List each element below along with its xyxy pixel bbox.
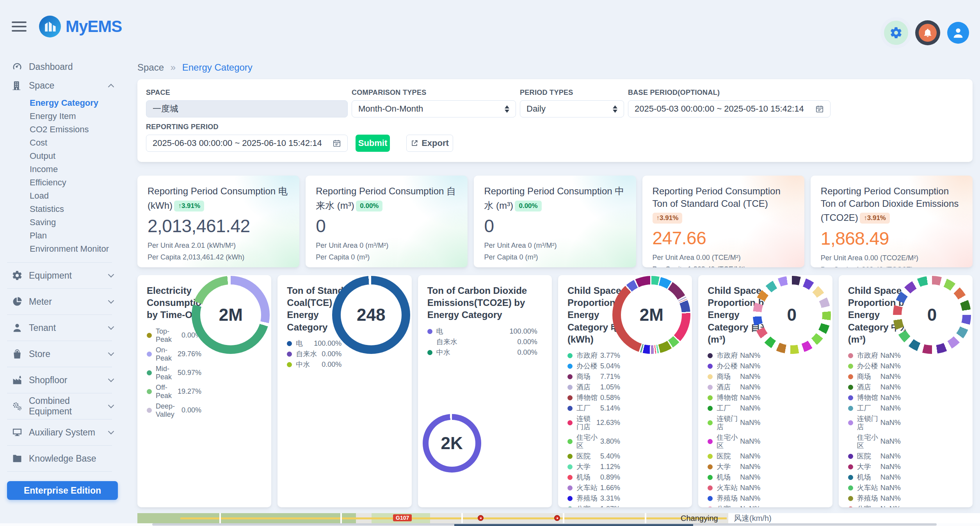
hamburger-menu-icon[interactable]: [12, 19, 27, 34]
donut-chart: 248: [332, 276, 410, 354]
legend-label: 公寓: [717, 505, 740, 507]
legend-item: 办公楼5.04%: [567, 362, 620, 370]
legend-color-dot: [567, 454, 573, 459]
legend-value: NaN%: [740, 362, 760, 370]
gear-icon: [12, 270, 23, 281]
sidebar-item-combined-equipment[interactable]: Combined Equipment: [0, 397, 125, 416]
sidebar-item-energy-category[interactable]: Energy Category: [0, 96, 125, 110]
sidebar-item-environment-monitor[interactable]: Environment Monitor: [0, 242, 125, 256]
legend-value: 50.97%: [178, 369, 201, 377]
sidebar-item-statistics[interactable]: Statistics: [0, 203, 125, 216]
sidebar-item-label: Knowledge Base: [29, 453, 96, 464]
legend-item: 大学NaN%: [848, 463, 901, 471]
legend-label: 工厂: [717, 404, 740, 412]
legend-color-dot: [567, 439, 573, 444]
chart-card: Child Space Proportion by Energy Categor…: [698, 275, 832, 507]
legend-color-dot: [567, 496, 573, 501]
sidebar-item-auxiliary-system[interactable]: Auxiliary System: [0, 423, 125, 442]
legend-color-dot: [848, 364, 853, 369]
legend-item: 工厂NaN%: [708, 404, 760, 412]
legend-color-dot: [708, 420, 713, 425]
export-icon: [411, 139, 418, 147]
user-avatar-icon[interactable]: [947, 22, 969, 44]
legend-item: 公寓1.07%: [567, 505, 620, 507]
settings-gear-icon[interactable]: [884, 21, 908, 45]
sidebar-item-shopfloor[interactable]: Shopfloor: [0, 371, 125, 389]
kpi-change-badge: 0.00%: [356, 201, 382, 211]
sidebar-item-label: Dashboard: [29, 62, 73, 72]
sidebar-item-co2-emissions[interactable]: CO2 Emissions: [0, 123, 125, 136]
enterprise-edition-button[interactable]: Enterprise Edition: [7, 481, 118, 500]
sidebar-item-saving[interactable]: Saving: [0, 216, 125, 229]
brand-name: MyEMS: [66, 17, 122, 36]
sidebar-item-energy-item[interactable]: Energy Item: [0, 110, 125, 123]
submit-button[interactable]: Submit: [356, 135, 390, 152]
legend-label: 养殖场: [576, 494, 600, 503]
period-types-select[interactable]: Daily: [520, 100, 624, 117]
map-road: [563, 513, 564, 523]
brand[interactable]: MyEMS: [39, 16, 122, 37]
sidebar-divider: [7, 445, 112, 446]
donut-center-value: 2M: [612, 276, 690, 354]
legend-color-dot: [147, 370, 152, 375]
legend-item: 大学NaN%: [708, 463, 760, 471]
legend-label: 住宅小区: [576, 434, 600, 450]
legend-value: NaN%: [880, 437, 901, 446]
legend-item: 中水0.00%: [287, 361, 341, 369]
comparison-types-select[interactable]: Month-On-Month: [352, 100, 516, 117]
legend-item: 机场NaN%: [708, 473, 760, 482]
legend-label: Deep-Valley: [156, 402, 181, 419]
map-marker-icon[interactable]: [554, 515, 560, 521]
kpi-change-badge: ↑3.91%: [653, 213, 683, 224]
sidebar-item-output[interactable]: Output: [0, 149, 125, 163]
sidebar-item-tenant[interactable]: Tenant: [0, 318, 125, 337]
legend-label: 养殖场: [717, 494, 740, 503]
base-period-input[interactable]: 2025-05-03 00:00:00 ~ 2025-05-10 15:42:1…: [628, 100, 831, 117]
sidebar-item-store[interactable]: Store: [0, 345, 125, 363]
legend-color-dot: [567, 464, 573, 469]
sidebar-item-cost[interactable]: Cost: [0, 136, 125, 149]
sidebar-item-space[interactable]: Space: [0, 76, 125, 95]
reporting-period-input[interactable]: 2025-06-03 00:00:00 ~ 2025-06-10 15:42:1…: [146, 135, 348, 152]
sidebar-item-label: Equipment: [29, 270, 72, 281]
legend-label: 工厂: [576, 404, 600, 412]
sidebar-item-meter[interactable]: Meter: [0, 292, 125, 311]
legend-value: NaN%: [880, 494, 901, 503]
legend-color-dot: [567, 374, 573, 379]
legend-label: 火车站: [717, 484, 740, 492]
map[interactable]: G107 Changying 风速(km/h): [137, 513, 980, 523]
legend-label: 酒店: [576, 383, 600, 391]
sidebar-item-knowledge-base[interactable]: Knowledge Base: [0, 449, 125, 468]
legend-label: 火车站: [857, 484, 880, 492]
breadcrumb-space[interactable]: Space: [137, 62, 164, 73]
sidebar-item-dashboard[interactable]: Dashboard: [0, 57, 125, 76]
sidebar-item-efficiency[interactable]: Efficiency: [0, 176, 125, 189]
legend-label: 火车站: [576, 484, 600, 492]
kpi-value: 1,868.49: [821, 228, 962, 249]
kpi-value: 0: [316, 215, 457, 236]
legend-item: Mid-Peak50.97%: [147, 365, 201, 381]
kpi-card: Reporting Period Consumption Ton of Stan…: [642, 176, 804, 267]
legend-value: NaN%: [740, 505, 760, 507]
legend-color-dot: [848, 406, 853, 411]
map-road: [219, 513, 221, 523]
sidebar-item-label: Space: [29, 80, 54, 91]
sidebar-item-plan[interactable]: Plan: [0, 229, 125, 242]
legend-label: 工厂: [857, 404, 880, 412]
legend-item: 连锁门店NaN%: [848, 415, 901, 431]
factory-icon: [12, 375, 23, 386]
sidebar-divider: [7, 471, 112, 472]
legend-color-dot: [848, 454, 853, 459]
sidebar-item-equipment[interactable]: Equipment: [0, 266, 125, 285]
sidebar-item-load[interactable]: Load: [0, 189, 125, 203]
kpi-card: Reporting Period Consumption 中水 (m³) 0.0…: [474, 176, 636, 267]
space-input[interactable]: 一度城: [146, 100, 348, 117]
sidebar-divider: [7, 419, 112, 419]
legend-color-dot: [848, 420, 853, 425]
map-marker-icon[interactable]: [478, 515, 484, 521]
chart-legend: 电100.00%自来水0.00%中水0.00%: [427, 327, 537, 357]
sidebar-item-income[interactable]: Income: [0, 163, 125, 176]
notifications-bell-icon[interactable]: [915, 20, 940, 45]
export-button[interactable]: Export: [406, 135, 453, 152]
breadcrumb-energy-category[interactable]: Energy Category: [182, 62, 253, 73]
